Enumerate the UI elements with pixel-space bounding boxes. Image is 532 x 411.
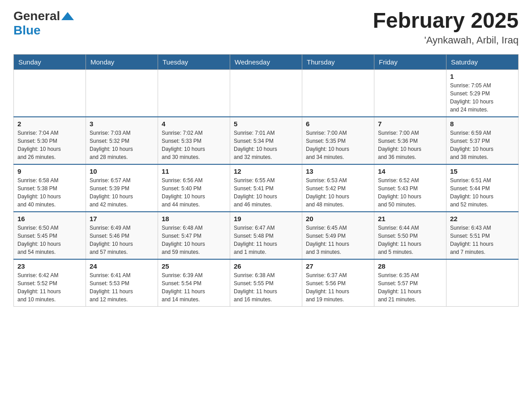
calendar-week-4: 16Sunrise: 6:50 AM Sunset: 5:45 PM Dayli… bbox=[14, 212, 519, 259]
day-number: 10 bbox=[90, 167, 154, 175]
calendar-title-block: February 2025 'Aynkawah, Arbil, Iraq bbox=[373, 9, 519, 46]
table-row: 6Sunrise: 7:00 AM Sunset: 5:35 PM Daylig… bbox=[302, 117, 374, 164]
day-info: Sunrise: 6:58 AM Sunset: 5:38 PM Dayligh… bbox=[17, 176, 82, 209]
calendar-week-3: 9Sunrise: 6:58 AM Sunset: 5:38 PM Daylig… bbox=[14, 164, 519, 212]
day-info: Sunrise: 6:52 AM Sunset: 5:43 PM Dayligh… bbox=[378, 176, 442, 209]
col-monday: Monday bbox=[86, 54, 158, 69]
calendar-title: February 2025 bbox=[373, 9, 519, 33]
day-info: Sunrise: 7:02 AM Sunset: 5:33 PM Dayligh… bbox=[162, 129, 226, 161]
table-row: 20Sunrise: 6:45 AM Sunset: 5:49 PM Dayli… bbox=[302, 212, 374, 259]
day-info: Sunrise: 6:49 AM Sunset: 5:46 PM Dayligh… bbox=[90, 224, 154, 256]
logo-arrow-icon bbox=[61, 12, 74, 20]
col-saturday: Saturday bbox=[446, 54, 519, 69]
table-row: 1Sunrise: 7:05 AM Sunset: 5:29 PM Daylig… bbox=[446, 69, 519, 117]
table-row: 16Sunrise: 6:50 AM Sunset: 5:45 PM Dayli… bbox=[14, 212, 86, 259]
day-info: Sunrise: 6:35 AM Sunset: 5:57 PM Dayligh… bbox=[378, 271, 442, 304]
day-number: 26 bbox=[234, 262, 298, 270]
logo-blue-text: Blue bbox=[13, 23, 41, 37]
table-row: 11Sunrise: 6:56 AM Sunset: 5:40 PM Dayli… bbox=[158, 164, 230, 212]
col-sunday: Sunday bbox=[14, 54, 86, 69]
table-row bbox=[302, 69, 374, 117]
day-info: Sunrise: 6:43 AM Sunset: 5:51 PM Dayligh… bbox=[450, 224, 515, 256]
logo-general-text: General bbox=[13, 9, 60, 23]
day-number: 15 bbox=[450, 167, 515, 175]
day-number: 25 bbox=[162, 262, 226, 270]
day-info: Sunrise: 7:00 AM Sunset: 5:35 PM Dayligh… bbox=[306, 129, 370, 161]
table-row: 17Sunrise: 6:49 AM Sunset: 5:46 PM Dayli… bbox=[86, 212, 158, 259]
calendar-table: Sunday Monday Tuesday Wednesday Thursday… bbox=[13, 54, 519, 307]
day-number: 11 bbox=[162, 167, 226, 175]
day-info: Sunrise: 6:41 AM Sunset: 5:53 PM Dayligh… bbox=[90, 271, 154, 304]
day-number: 16 bbox=[17, 215, 82, 223]
page-header: General Blue February 2025 'Aynkawah, Ar… bbox=[13, 9, 519, 46]
day-number: 24 bbox=[90, 262, 154, 270]
table-row bbox=[374, 69, 446, 117]
table-row: 26Sunrise: 6:38 AM Sunset: 5:55 PM Dayli… bbox=[230, 259, 302, 307]
day-info: Sunrise: 7:03 AM Sunset: 5:32 PM Dayligh… bbox=[90, 129, 154, 161]
table-row: 22Sunrise: 6:43 AM Sunset: 5:51 PM Dayli… bbox=[446, 212, 519, 259]
table-row: 5Sunrise: 7:01 AM Sunset: 5:34 PM Daylig… bbox=[230, 117, 302, 164]
day-number: 17 bbox=[90, 215, 154, 223]
day-number: 4 bbox=[162, 120, 226, 128]
day-number: 9 bbox=[17, 167, 82, 175]
table-row: 13Sunrise: 6:53 AM Sunset: 5:42 PM Dayli… bbox=[302, 164, 374, 212]
day-info: Sunrise: 6:39 AM Sunset: 5:54 PM Dayligh… bbox=[162, 271, 226, 304]
table-row bbox=[230, 69, 302, 117]
table-row: 19Sunrise: 6:47 AM Sunset: 5:48 PM Dayli… bbox=[230, 212, 302, 259]
day-info: Sunrise: 6:59 AM Sunset: 5:37 PM Dayligh… bbox=[450, 129, 515, 161]
day-number: 23 bbox=[17, 262, 82, 270]
calendar-header-row: Sunday Monday Tuesday Wednesday Thursday… bbox=[14, 54, 519, 69]
calendar-week-2: 2Sunrise: 7:04 AM Sunset: 5:30 PM Daylig… bbox=[14, 117, 519, 164]
col-wednesday: Wednesday bbox=[230, 54, 302, 69]
day-number: 20 bbox=[306, 215, 370, 223]
calendar-subtitle: 'Aynkawah, Arbil, Iraq bbox=[373, 34, 519, 46]
day-info: Sunrise: 7:00 AM Sunset: 5:36 PM Dayligh… bbox=[378, 129, 442, 161]
day-number: 12 bbox=[234, 167, 298, 175]
day-info: Sunrise: 6:51 AM Sunset: 5:44 PM Dayligh… bbox=[450, 176, 515, 209]
table-row: 9Sunrise: 6:58 AM Sunset: 5:38 PM Daylig… bbox=[14, 164, 86, 212]
day-info: Sunrise: 6:45 AM Sunset: 5:49 PM Dayligh… bbox=[306, 224, 370, 256]
table-row: 28Sunrise: 6:35 AM Sunset: 5:57 PM Dayli… bbox=[374, 259, 446, 307]
day-number: 3 bbox=[90, 120, 154, 128]
day-number: 14 bbox=[378, 167, 442, 175]
table-row: 14Sunrise: 6:52 AM Sunset: 5:43 PM Dayli… bbox=[374, 164, 446, 212]
table-row: 27Sunrise: 6:37 AM Sunset: 5:56 PM Dayli… bbox=[302, 259, 374, 307]
svg-marker-0 bbox=[61, 12, 74, 20]
calendar-week-1: 1Sunrise: 7:05 AM Sunset: 5:29 PM Daylig… bbox=[14, 69, 519, 117]
table-row: 4Sunrise: 7:02 AM Sunset: 5:33 PM Daylig… bbox=[158, 117, 230, 164]
table-row: 8Sunrise: 6:59 AM Sunset: 5:37 PM Daylig… bbox=[446, 117, 519, 164]
day-info: Sunrise: 7:05 AM Sunset: 5:29 PM Dayligh… bbox=[450, 81, 515, 114]
table-row: 18Sunrise: 6:48 AM Sunset: 5:47 PM Dayli… bbox=[158, 212, 230, 259]
day-number: 28 bbox=[378, 262, 442, 270]
day-info: Sunrise: 6:44 AM Sunset: 5:50 PM Dayligh… bbox=[378, 224, 442, 256]
table-row: 23Sunrise: 6:42 AM Sunset: 5:52 PM Dayli… bbox=[14, 259, 86, 307]
table-row bbox=[158, 69, 230, 117]
table-row: 10Sunrise: 6:57 AM Sunset: 5:39 PM Dayli… bbox=[86, 164, 158, 212]
day-number: 22 bbox=[450, 215, 515, 223]
table-row: 2Sunrise: 7:04 AM Sunset: 5:30 PM Daylig… bbox=[14, 117, 86, 164]
table-row: 12Sunrise: 6:55 AM Sunset: 5:41 PM Dayli… bbox=[230, 164, 302, 212]
day-number: 18 bbox=[162, 215, 226, 223]
day-info: Sunrise: 7:04 AM Sunset: 5:30 PM Dayligh… bbox=[17, 129, 82, 161]
calendar-week-5: 23Sunrise: 6:42 AM Sunset: 5:52 PM Dayli… bbox=[14, 259, 519, 307]
day-number: 19 bbox=[234, 215, 298, 223]
table-row: 15Sunrise: 6:51 AM Sunset: 5:44 PM Dayli… bbox=[446, 164, 519, 212]
day-info: Sunrise: 7:01 AM Sunset: 5:34 PM Dayligh… bbox=[234, 129, 298, 161]
logo: General Blue bbox=[13, 9, 74, 38]
day-info: Sunrise: 6:55 AM Sunset: 5:41 PM Dayligh… bbox=[234, 176, 298, 209]
day-number: 7 bbox=[378, 120, 442, 128]
day-number: 1 bbox=[450, 73, 515, 80]
day-info: Sunrise: 6:48 AM Sunset: 5:47 PM Dayligh… bbox=[162, 224, 226, 256]
table-row: 24Sunrise: 6:41 AM Sunset: 5:53 PM Dayli… bbox=[86, 259, 158, 307]
table-row: 3Sunrise: 7:03 AM Sunset: 5:32 PM Daylig… bbox=[86, 117, 158, 164]
day-number: 5 bbox=[234, 120, 298, 128]
day-info: Sunrise: 6:42 AM Sunset: 5:52 PM Dayligh… bbox=[17, 271, 82, 304]
day-number: 6 bbox=[306, 120, 370, 128]
col-thursday: Thursday bbox=[302, 54, 374, 69]
table-row bbox=[446, 259, 519, 307]
day-number: 13 bbox=[306, 167, 370, 175]
table-row: 25Sunrise: 6:39 AM Sunset: 5:54 PM Dayli… bbox=[158, 259, 230, 307]
table-row: 7Sunrise: 7:00 AM Sunset: 5:36 PM Daylig… bbox=[374, 117, 446, 164]
day-number: 27 bbox=[306, 262, 370, 270]
col-tuesday: Tuesday bbox=[158, 54, 230, 69]
